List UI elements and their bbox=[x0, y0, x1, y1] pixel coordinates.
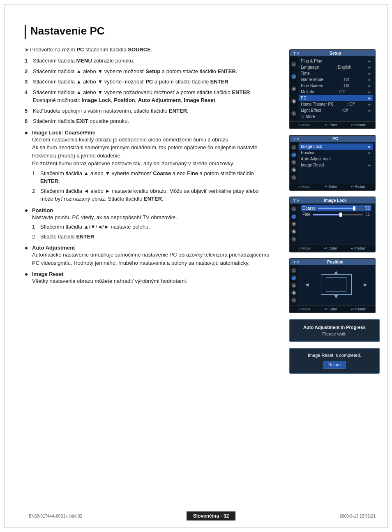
coarse-slider bbox=[318, 208, 363, 209]
setup-row-hometheater: Home Theater PC : Off ► bbox=[301, 101, 371, 107]
coarse-value: 50 bbox=[365, 206, 370, 210]
page-footer: BN68-01744A-00S1k.indd 32 Slovenčina - 3… bbox=[4, 508, 388, 524]
icon-5: 🔧 bbox=[291, 111, 296, 116]
fine-row: Fine 31 bbox=[301, 211, 371, 217]
setup-row-gamemode: Game Mode : Off ► bbox=[301, 76, 371, 83]
setup-row-time: Time ► bbox=[301, 70, 371, 76]
position-sub-2: 2 Stlačte tlačidlo ENTER. bbox=[32, 233, 273, 241]
position-inner-screen bbox=[326, 277, 346, 291]
fine-value: 31 bbox=[365, 212, 370, 217]
bullet-image-lock-title: Image Lock: Coarse/Fine bbox=[32, 130, 95, 136]
step-2: 2 Stlačením tlačidla ▲ alebo ▼ vyberte m… bbox=[25, 67, 273, 76]
icon-4: 📡 bbox=[291, 99, 296, 104]
setup-panel: T V Setup 📺 🔊 ⚙ 📡 🔧 Plug & Play ► bbox=[289, 49, 376, 129]
pc-row-position: Position ► bbox=[301, 150, 371, 156]
pc-row-imagereset: Image Reset ► bbox=[301, 162, 371, 168]
auto-adj-subtitle: Please wait. bbox=[295, 331, 374, 336]
step-3: 3 Stlačením tlačidla ▲ alebo ▼ vyberte m… bbox=[25, 78, 273, 86]
position-title: Position bbox=[327, 260, 343, 264]
image-lock-body-wrap: 📺 🔊 ⚙ 📡 🔧 Coarse 50 bbox=[290, 204, 375, 245]
pc-icon-1: 📺 bbox=[291, 145, 296, 150]
pc-row-imagelock: Image Lock ► bbox=[299, 143, 373, 150]
setup-panel-body: Plug & Play ► Language : English ► Time … bbox=[297, 56, 375, 121]
image-lock-sub-1: 1 Stlačením tlačidla ▲ alebo ▼ vyberte m… bbox=[32, 169, 273, 185]
arrow-right-icon: ► bbox=[362, 281, 368, 288]
position-body: ▲ ▼ ◄ ► bbox=[297, 265, 375, 305]
setup-panel-footer: ↕ Move ↵ Enter ↩ Return bbox=[290, 121, 375, 128]
pc-panel-body: Image Lock ► Position ► Auto Adjustment … bbox=[297, 142, 375, 183]
pc-icon-2: 🔊 bbox=[291, 153, 296, 157]
position-outer-screen bbox=[321, 274, 352, 295]
image-lock-title: Image Lock bbox=[324, 198, 346, 203]
position-substeps: 1 Stlačením tlačidla ▲/▼/◄/► nastavte po… bbox=[32, 223, 273, 241]
auto-adj-title: Auto Adjustment in Progress bbox=[295, 325, 374, 330]
page-title: Nastavenie PC bbox=[25, 25, 273, 39]
setup-row-pc: PC ► bbox=[299, 95, 373, 101]
left-column: Nastavenie PC Predvoľte na režim PC stla… bbox=[25, 25, 277, 376]
setup-row-lighteffect: Light Effect : Off ► bbox=[301, 107, 371, 113]
setup-row-language: Language : English ► bbox=[301, 64, 371, 70]
pc-icons-col: 📺 🔊 ⚙ 📡 🔧 bbox=[290, 142, 297, 183]
arrow-left-icon: ◄ bbox=[304, 281, 310, 288]
right-column: T V Setup 📺 🔊 ⚙ 📡 🔧 Plug & Play ► bbox=[289, 25, 380, 376]
bullet-position-body: Nastavte polohu PC vtedy, ak sa neprispô… bbox=[32, 213, 273, 222]
pc-icon-4: 📡 bbox=[291, 167, 296, 172]
pc-row-autoadj: Auto Adjustment bbox=[301, 156, 371, 162]
image-lock-header: T V Image Lock bbox=[290, 197, 375, 204]
footer-file-info: BN68-01744A-00S1k.indd 32 bbox=[29, 514, 82, 518]
pc-panel-title: PC bbox=[332, 136, 338, 141]
footer-timestamp: 2008-8-13 15:52:21 bbox=[340, 514, 376, 518]
arrow-down-icon: ▼ bbox=[333, 293, 339, 300]
image-lock-icons: 📺 🔊 ⚙ 📡 🔧 bbox=[290, 204, 297, 245]
position-body-wrap: 📺 🔊 ⚙ 📡 🔧 ▲ ▼ ◄ ► bbox=[290, 265, 375, 305]
fine-slider bbox=[313, 214, 362, 215]
step-5: 5 Keď budete spokojní s vaším nastavením… bbox=[25, 107, 273, 115]
pc-icon-3: ⚙ bbox=[291, 160, 296, 165]
setup-row-plugplay: Plug & Play ► bbox=[301, 58, 371, 64]
bullet-auto-adjustment: Auto Adjustment Automatické nastavenie u… bbox=[25, 245, 273, 267]
icon-2: 🔊 bbox=[291, 74, 296, 79]
icon-3: ⚙ bbox=[291, 86, 296, 91]
position-footer: ↕ Move ↵ Enter ↩ Return bbox=[290, 305, 375, 312]
position-sub-1: 1 Stlačením tlačidla ▲/▼/◄/► nastavte po… bbox=[32, 223, 273, 231]
pc-panel-header: T V PC bbox=[290, 136, 375, 142]
setup-panel-body-wrap: 📺 🔊 ⚙ 📡 🔧 Plug & Play ► Language : Engli… bbox=[290, 56, 375, 121]
setup-panel-header: T V Setup bbox=[290, 50, 375, 56]
auto-adjustment-box: Auto Adjustment in Progress Please wait. bbox=[289, 319, 380, 342]
footer-enter: ↵ Enter bbox=[324, 123, 337, 127]
setup-tv-label: T V bbox=[293, 51, 299, 56]
fine-label: Fine bbox=[302, 212, 310, 217]
setup-row-melody: Melody : Off ► bbox=[301, 89, 371, 95]
bullet-image-reset: Image Reset Všetky nastavenia obrazu môž… bbox=[25, 271, 273, 285]
image-lock-sub-2: 2 Stlačením tlačidla ◄ alebo ► nastavte … bbox=[32, 187, 273, 203]
step-4: 4 Stlačením tlačidla ▲ alebo ▼ vyberte p… bbox=[25, 88, 273, 104]
setup-icons-col: 📺 🔊 ⚙ 📡 🔧 bbox=[290, 56, 297, 121]
pc-panel-footer: ↕ Move ↵ Enter ↩ Return bbox=[290, 183, 375, 190]
image-lock-footer: ↕ Move ↵ Enter ↩ Return bbox=[290, 245, 375, 252]
coarse-row: Coarse 50 bbox=[301, 205, 371, 211]
setup-row-more: ☆ More bbox=[301, 113, 371, 120]
image-lock-substeps: 1 Stlačením tlačidla ▲ alebo ▼ vyberte m… bbox=[32, 169, 273, 203]
bullet-image-reset-body: Všetky nastavenia obrazu môžete nahradiť… bbox=[32, 277, 273, 285]
arrow-up-icon: ▲ bbox=[333, 269, 339, 275]
bullet-image-lock-body: Účelom nastavenia kvality obrazu je odst… bbox=[32, 136, 273, 168]
footer-move: ↕ Move bbox=[299, 123, 311, 127]
icon-1: 📺 bbox=[291, 62, 296, 67]
setup-panel-title: Setup bbox=[330, 51, 341, 56]
pc-panel-body-wrap: 📺 🔊 ⚙ 📡 🔧 Image Lock ► Position ► bbox=[290, 142, 375, 183]
bullet-sections: Image Lock: Coarse/Fine Účelom nastaveni… bbox=[25, 130, 273, 285]
bullet-auto-adj-body: Automatické nastavenie umožňuje samočinn… bbox=[32, 251, 273, 267]
setup-row-bluescreen: Blue Screen : Off ► bbox=[301, 83, 371, 89]
bullet-auto-adj-title: Auto Adjustment bbox=[32, 245, 75, 251]
image-reset-box: Image Reset is completed. Return bbox=[289, 348, 380, 374]
pc-icon-5: 🔧 bbox=[291, 175, 296, 180]
return-button[interactable]: Return bbox=[323, 361, 346, 369]
bullet-position: Position Nastavte polohu PC vtedy, ak sa… bbox=[25, 207, 273, 241]
step-1: 1 Stlačením tlačidla MENU zobrazte ponuk… bbox=[25, 57, 273, 65]
position-header: T V Position bbox=[290, 259, 375, 265]
bullet-image-reset-title: Image Reset bbox=[32, 271, 64, 277]
bullet-image-lock: Image Lock: Coarse/Fine Účelom nastaveni… bbox=[25, 130, 273, 203]
position-panel: T V Position 📺 🔊 ⚙ 📡 🔧 ▲ ▼ ◄ bbox=[289, 258, 376, 313]
steps-list: 1 Stlačením tlačidla MENU zobrazte ponuk… bbox=[25, 57, 273, 125]
image-lock-panel: T V Image Lock 📺 🔊 ⚙ 📡 🔧 Coarse bbox=[289, 197, 376, 252]
